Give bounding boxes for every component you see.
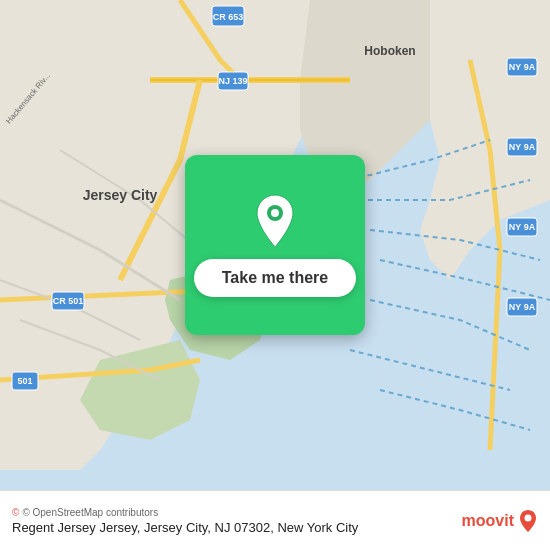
osm-text: © OpenStreetMap contributors	[22, 507, 158, 518]
svg-text:NY 9A: NY 9A	[509, 222, 536, 232]
bottom-bar: © © OpenStreetMap contributors Regent Je…	[0, 490, 550, 550]
map-container: CR 653 NJ 139 CR 501 501 NY 9A NY 9A NY …	[0, 0, 550, 490]
svg-point-28	[525, 514, 532, 521]
svg-text:NJ 139: NJ 139	[218, 76, 247, 86]
svg-text:NY 9A: NY 9A	[509, 142, 536, 152]
svg-point-27	[271, 209, 279, 217]
svg-text:501: 501	[17, 376, 32, 386]
moovit-pin-icon	[518, 509, 538, 533]
moovit-logo: moovit	[462, 509, 538, 533]
svg-text:CR 653: CR 653	[213, 12, 244, 22]
svg-text:CR 501: CR 501	[53, 296, 84, 306]
location-pin-icon	[251, 193, 299, 249]
svg-text:Jersey City: Jersey City	[83, 187, 158, 203]
svg-text:Hoboken: Hoboken	[364, 44, 415, 58]
osm-attribution: © © OpenStreetMap contributors	[12, 507, 358, 518]
navigation-overlay: Take me there	[185, 155, 365, 335]
svg-text:NY 9A: NY 9A	[509, 62, 536, 72]
bottom-info: © © OpenStreetMap contributors Regent Je…	[12, 507, 358, 535]
svg-text:NY 9A: NY 9A	[509, 302, 536, 312]
location-name: Regent Jersey Jersey, Jersey City, NJ 07…	[12, 520, 358, 535]
take-me-there-button[interactable]: Take me there	[194, 259, 356, 297]
osm-icon: ©	[12, 507, 19, 518]
green-card: Take me there	[185, 155, 365, 335]
moovit-text: moovit	[462, 512, 514, 530]
